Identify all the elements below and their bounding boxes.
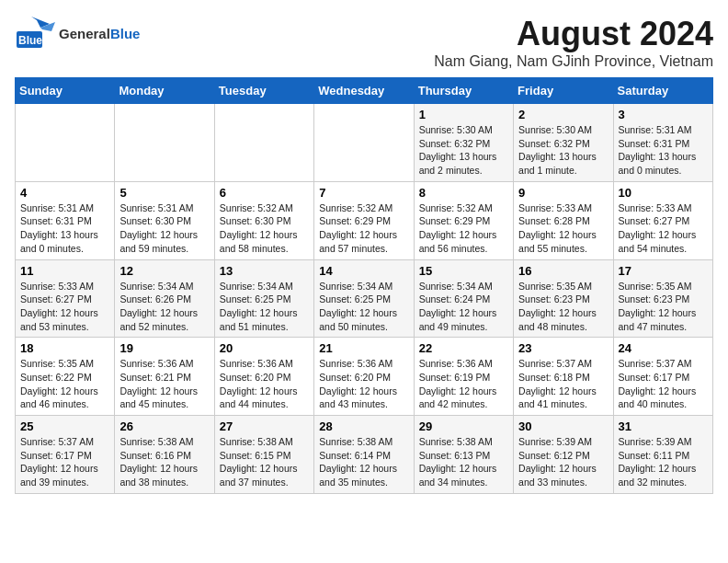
day-info: Sunrise: 5:31 AM Sunset: 6:31 PM Dayligh… [619, 123, 708, 178]
day-info: Sunrise: 5:32 AM Sunset: 6:30 PM Dayligh… [220, 201, 309, 256]
calendar-week-1: 1Sunrise: 5:30 AM Sunset: 6:32 PM Daylig… [16, 104, 713, 182]
calendar-header: SundayMondayTuesdayWednesdayThursdayFrid… [16, 78, 713, 104]
calendar-cell: 12Sunrise: 5:34 AM Sunset: 6:26 PM Dayli… [115, 259, 214, 338]
day-number: 24 [619, 341, 708, 355]
day-number: 26 [119, 419, 209, 433]
calendar-cell: 23Sunrise: 5:37 AM Sunset: 6:18 PM Dayli… [514, 338, 613, 416]
day-number: 19 [119, 341, 209, 355]
day-number: 18 [20, 341, 109, 355]
calendar-cell: 29Sunrise: 5:38 AM Sunset: 6:13 PM Dayli… [414, 416, 513, 494]
day-number: 1 [419, 108, 508, 121]
page-header: Blue GeneralBlue August 2024 Nam Giang, … [15, 15, 713, 70]
day-number: 9 [518, 186, 608, 200]
day-info: Sunrise: 5:34 AM Sunset: 6:25 PM Dayligh… [220, 280, 309, 334]
day-info: Sunrise: 5:34 AM Sunset: 6:24 PM Dayligh… [419, 280, 508, 334]
day-number: 11 [20, 264, 109, 278]
calendar-cell: 1Sunrise: 5:30 AM Sunset: 6:32 PM Daylig… [414, 104, 513, 182]
calendar-cell: 19Sunrise: 5:36 AM Sunset: 6:21 PM Dayli… [115, 338, 214, 416]
calendar-cell: 17Sunrise: 5:35 AM Sunset: 6:23 PM Dayli… [613, 259, 712, 338]
day-number: 23 [518, 341, 608, 355]
calendar-body: 1Sunrise: 5:30 AM Sunset: 6:32 PM Daylig… [16, 104, 713, 494]
day-number: 27 [220, 419, 309, 433]
day-info: Sunrise: 5:30 AM Sunset: 6:32 PM Dayligh… [419, 123, 508, 178]
calendar-cell: 31Sunrise: 5:39 AM Sunset: 6:11 PM Dayli… [613, 416, 712, 494]
calendar-cell: 13Sunrise: 5:34 AM Sunset: 6:25 PM Dayli… [214, 259, 313, 338]
weekday-header-sunday: Sunday [16, 78, 115, 104]
day-number: 29 [419, 419, 508, 433]
weekday-header-wednesday: Wednesday [314, 78, 414, 104]
logo-general-text: General [59, 26, 110, 41]
calendar-cell: 27Sunrise: 5:38 AM Sunset: 6:15 PM Dayli… [214, 416, 313, 494]
day-number: 8 [419, 186, 508, 200]
weekday-header-thursday: Thursday [414, 78, 513, 104]
calendar-cell: 24Sunrise: 5:37 AM Sunset: 6:17 PM Dayli… [613, 338, 712, 416]
day-info: Sunrise: 5:35 AM Sunset: 6:23 PM Dayligh… [518, 280, 608, 334]
calendar-cell [115, 104, 214, 182]
calendar-cell: 4Sunrise: 5:31 AM Sunset: 6:31 PM Daylig… [16, 181, 115, 259]
day-info: Sunrise: 5:36 AM Sunset: 6:21 PM Dayligh… [119, 357, 209, 411]
weekday-header-tuesday: Tuesday [214, 78, 313, 104]
day-info: Sunrise: 5:31 AM Sunset: 6:30 PM Dayligh… [119, 201, 209, 256]
day-info: Sunrise: 5:36 AM Sunset: 6:19 PM Dayligh… [419, 357, 508, 411]
day-info: Sunrise: 5:39 AM Sunset: 6:12 PM Dayligh… [518, 435, 608, 489]
day-info: Sunrise: 5:33 AM Sunset: 6:28 PM Dayligh… [518, 201, 608, 256]
day-info: Sunrise: 5:32 AM Sunset: 6:29 PM Dayligh… [319, 201, 408, 256]
calendar-cell: 26Sunrise: 5:38 AM Sunset: 6:16 PM Dayli… [115, 416, 214, 494]
day-info: Sunrise: 5:38 AM Sunset: 6:13 PM Dayligh… [419, 435, 508, 489]
day-info: Sunrise: 5:31 AM Sunset: 6:31 PM Dayligh… [20, 201, 109, 256]
calendar-cell [16, 104, 115, 182]
day-number: 3 [619, 108, 708, 121]
day-info: Sunrise: 5:34 AM Sunset: 6:25 PM Dayligh… [319, 280, 408, 334]
calendar-cell: 18Sunrise: 5:35 AM Sunset: 6:22 PM Dayli… [16, 338, 115, 416]
calendar-week-3: 11Sunrise: 5:33 AM Sunset: 6:27 PM Dayli… [16, 259, 713, 338]
day-info: Sunrise: 5:37 AM Sunset: 6:17 PM Dayligh… [619, 357, 708, 411]
day-number: 7 [319, 186, 408, 200]
svg-text:Blue: Blue [18, 34, 42, 47]
weekday-header-saturday: Saturday [613, 78, 712, 104]
weekday-header-row: SundayMondayTuesdayWednesdayThursdayFrid… [16, 78, 713, 104]
day-info: Sunrise: 5:38 AM Sunset: 6:14 PM Dayligh… [319, 435, 408, 489]
day-number: 2 [518, 108, 608, 121]
day-number: 28 [319, 419, 408, 433]
calendar-cell: 7Sunrise: 5:32 AM Sunset: 6:29 PM Daylig… [314, 181, 414, 259]
day-number: 13 [220, 264, 309, 278]
day-number: 4 [20, 186, 109, 200]
day-number: 17 [619, 264, 708, 278]
day-number: 31 [619, 419, 708, 433]
day-number: 14 [319, 264, 408, 278]
day-info: Sunrise: 5:36 AM Sunset: 6:20 PM Dayligh… [319, 357, 408, 411]
day-info: Sunrise: 5:36 AM Sunset: 6:20 PM Dayligh… [220, 357, 309, 411]
calendar-cell: 30Sunrise: 5:39 AM Sunset: 6:12 PM Dayli… [514, 416, 613, 494]
day-info: Sunrise: 5:37 AM Sunset: 6:18 PM Dayligh… [518, 357, 608, 411]
day-info: Sunrise: 5:35 AM Sunset: 6:23 PM Dayligh… [619, 280, 708, 334]
calendar-cell: 8Sunrise: 5:32 AM Sunset: 6:29 PM Daylig… [414, 181, 513, 259]
logo-icon: Blue [15, 15, 55, 53]
day-info: Sunrise: 5:38 AM Sunset: 6:16 PM Dayligh… [119, 435, 209, 489]
day-number: 15 [419, 264, 508, 278]
calendar-subtitle: Nam Giang, Nam GJinh Province, Vietnam [434, 53, 713, 70]
weekday-header-friday: Friday [514, 78, 613, 104]
calendar-cell: 2Sunrise: 5:30 AM Sunset: 6:32 PM Daylig… [514, 104, 613, 182]
logo-blue-text: Blue [110, 26, 141, 41]
day-info: Sunrise: 5:38 AM Sunset: 6:15 PM Dayligh… [220, 435, 309, 489]
day-number: 21 [319, 341, 408, 355]
day-info: Sunrise: 5:32 AM Sunset: 6:29 PM Dayligh… [419, 201, 508, 256]
title-section: August 2024 Nam Giang, Nam GJinh Provinc… [434, 15, 713, 70]
day-number: 20 [220, 341, 309, 355]
calendar-cell: 3Sunrise: 5:31 AM Sunset: 6:31 PM Daylig… [613, 104, 712, 182]
calendar-cell: 5Sunrise: 5:31 AM Sunset: 6:30 PM Daylig… [115, 181, 214, 259]
day-number: 30 [518, 419, 608, 433]
calendar-week-5: 25Sunrise: 5:37 AM Sunset: 6:17 PM Dayli… [16, 416, 713, 494]
calendar-cell: 20Sunrise: 5:36 AM Sunset: 6:20 PM Dayli… [214, 338, 313, 416]
calendar-cell: 21Sunrise: 5:36 AM Sunset: 6:20 PM Dayli… [314, 338, 414, 416]
calendar-cell [314, 104, 414, 182]
calendar-cell: 10Sunrise: 5:33 AM Sunset: 6:27 PM Dayli… [613, 181, 712, 259]
calendar-cell: 14Sunrise: 5:34 AM Sunset: 6:25 PM Dayli… [314, 259, 414, 338]
calendar-cell [214, 104, 313, 182]
calendar-week-4: 18Sunrise: 5:35 AM Sunset: 6:22 PM Dayli… [16, 338, 713, 416]
calendar-title: August 2024 [434, 15, 713, 53]
day-info: Sunrise: 5:35 AM Sunset: 6:22 PM Dayligh… [20, 357, 109, 411]
calendar-cell: 9Sunrise: 5:33 AM Sunset: 6:28 PM Daylig… [514, 181, 613, 259]
calendar-cell: 25Sunrise: 5:37 AM Sunset: 6:17 PM Dayli… [16, 416, 115, 494]
calendar-cell: 16Sunrise: 5:35 AM Sunset: 6:23 PM Dayli… [514, 259, 613, 338]
